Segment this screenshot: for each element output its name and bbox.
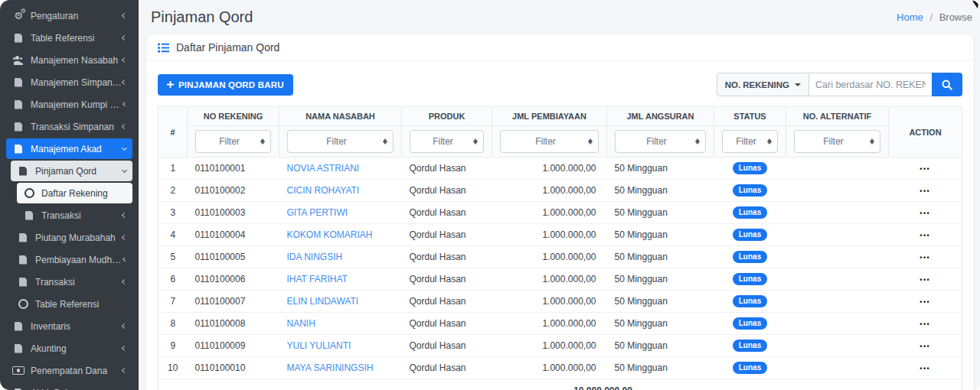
cell-alternatif [786,246,889,268]
sidebar-item[interactable]: Manajemen Akad [6,138,132,159]
table-row: 7 0110100007 ELIN LINDAWATI Qordul Hasan… [158,291,962,313]
sidebar-item[interactable]: Manajemen Kumpi & Halmi [6,94,132,115]
filter-angsuran[interactable]: Filter [615,130,706,153]
main-content: Pinjaman Qord Home / Browse Daftar Pinja… [139,0,980,390]
card-title: Daftar Pinjaman Qord [176,41,279,54]
cell-produk: Qordul Hasan [402,224,492,246]
sidebar-item[interactable]: Pengaturan [6,5,132,26]
sidebar-item-icon [12,122,24,132]
customer-name-link[interactable]: CICIN ROHAYATI [287,185,360,196]
row-actions-button[interactable]: ••• [920,165,930,173]
customer-name-link[interactable]: ELIN LINDAWATI [287,296,359,307]
sort-arrows-icon [383,136,387,147]
row-actions-button[interactable]: ••• [920,254,930,262]
sidebar-item[interactable]: Akhir Bulan [6,382,132,390]
filter-produk[interactable]: Filter [410,130,484,153]
status-badge: Lunas [733,251,767,264]
content-header: Pinjaman Qord Home / Browse [139,0,980,33]
cell-angsuran: 50 Mingguan [607,246,714,268]
status-badge: Lunas [733,340,767,353]
customer-name-link[interactable]: NANIH [287,318,315,329]
sidebar-item[interactable]: Piutang Murabahah [11,227,132,248]
sidebar-item[interactable]: Akunting [6,338,132,359]
sidebar-item[interactable]: Transaksi [17,205,132,226]
cell-rekening: 0110100006 [188,268,279,291]
cell-rekening: 0110100008 [188,313,279,335]
filter-status[interactable]: Filter [722,130,778,153]
cell-angsuran: 50 Mingguan [607,268,714,291]
sidebar-item[interactable]: Daftar Rekening [17,183,132,203]
page-title: Pinjaman Qord [151,8,253,26]
search-field-dropdown[interactable]: NO. REKENING [717,73,809,96]
sidebar-item-label: Penempatan Dana [31,366,107,376]
table-row: 6 0110100006 IHAT FARIHAT Qordul Hasan 1… [158,268,962,291]
sidebar-item[interactable]: Pinjaman Qord [11,161,132,181]
col-header-alternatif: NO. ALTERNATIF [786,107,889,126]
sidebar-item-label: Inventaris [31,321,70,332]
cell-index: 1 [158,158,188,180]
sidebar-item-icon [12,322,24,331]
status-badge: Lunas [733,295,767,308]
cell-pembiayaan: 1.000.000,00 [492,313,607,335]
filter-pembiayaan[interactable]: Filter [500,130,599,153]
customer-name-link[interactable]: IHAT FARIHAT [287,274,348,284]
cell-rekening: 0110100003 [188,202,279,224]
row-actions-button[interactable]: ••• [920,320,930,328]
row-actions-button[interactable]: ••• [920,365,930,372]
cell-rekening: 0110100009 [188,335,279,357]
sidebar-item[interactable]: Manajemen Simpanan [6,72,132,93]
table-row: 5 0110100005 IDA NINGSIH Qordul Hasan 1.… [158,246,962,268]
sidebar-item-label: Manajemen Akad [31,144,102,154]
breadcrumb-home-link[interactable]: Home [897,11,923,23]
customer-name-link[interactable]: MAYA SARININGSIH [287,362,374,373]
row-actions-button[interactable]: ••• [920,210,930,217]
sidebar-item-label: Manajemen Kumpi & Halmi [31,99,123,110]
sidebar-item-label: Table Referensi [31,33,94,44]
sidebar-item-label: Pengaturan [31,11,78,21]
sidebar-item[interactable]: Transaksi Simpanan [6,116,132,137]
search-button[interactable] [932,73,962,96]
customer-name-link[interactable]: NOVIA ASTRIANI [287,163,360,174]
row-actions-button[interactable]: ••• [920,187,930,195]
cell-produk: Qordul Hasan [402,180,492,202]
sidebar-item-label: Akhir Bulan [31,388,77,390]
sidebar-item-icon [12,56,24,65]
filter-nama[interactable]: Filter [287,130,394,153]
row-actions-button[interactable]: ••• [920,298,930,306]
cell-pembiayaan: 1.000.000,00 [492,246,607,268]
cell-rekening: 0110100007 [188,291,279,313]
search-input[interactable] [809,73,932,96]
table-row: 9 0110100009 YULI YULIANTI Qordul Hasan … [158,335,962,357]
sidebar-item[interactable]: Pembiayaan Mudharabah [11,249,132,270]
filter-alternatif[interactable]: Filter [794,130,880,153]
row-actions-button[interactable]: ••• [920,276,930,284]
sidebar-item-label: Transaksi [41,210,81,221]
cell-index: 6 [158,268,188,291]
new-loan-button[interactable]: PINJAMAN QORD BARU [158,74,293,96]
table-row: 1 0110100001 NOVIA ASTRIANI Qordul Hasan… [158,158,962,180]
status-badge: Lunas [733,206,767,219]
sidebar-item-icon [23,211,35,220]
chevron-icon [122,35,127,41]
filter-rekening[interactable]: Filter [195,130,271,153]
row-actions-button[interactable]: ••• [920,232,930,239]
row-actions-button[interactable]: ••• [920,343,930,350]
sidebar-item[interactable]: Transaksi [11,271,132,292]
sidebar-item-label: Transaksi Simpanan [31,122,114,132]
sidebar-item[interactable]: Table Referensi [6,28,132,48]
col-header-status: STATUS [714,107,786,126]
cell-pembiayaan: 1.000.000,00 [492,158,607,180]
chevron-icon [122,167,127,173]
customer-name-link[interactable]: YULI YULIANTI [287,340,351,351]
customer-name-link[interactable]: GITA PERTIWI [287,207,348,218]
cell-angsuran: 50 Mingguan [607,291,714,313]
customer-name-link[interactable]: KOKOM KOMARIAH [287,229,373,240]
sidebar-item[interactable]: Penempatan Dana [6,360,132,381]
sort-arrows-icon [870,136,874,147]
customer-name-link[interactable]: IDA NINGSIH [287,252,343,262]
sidebar-item[interactable]: Table Referensi [11,294,132,314]
cell-pembiayaan: 1.000.000,00 [492,268,607,291]
card-body: PINJAMAN QORD BARU NO. REKENING [146,61,974,390]
sidebar-item[interactable]: Inventaris [6,316,132,336]
sidebar-item[interactable]: Manajemen Nasabah [6,50,132,70]
